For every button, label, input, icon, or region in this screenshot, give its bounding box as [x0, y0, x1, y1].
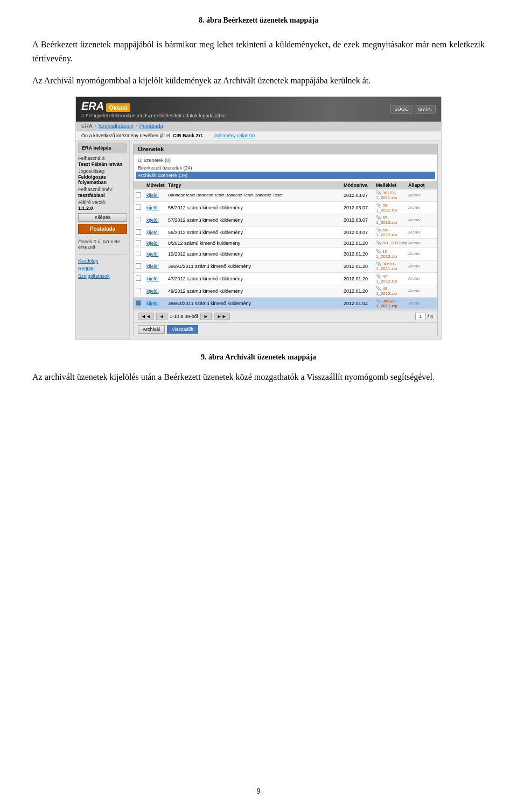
table-row: kijelöl 56/2012 számú kimenő küldemény 2… [134, 227, 437, 239]
restore-button[interactable]: Visszaállít [167, 325, 198, 334]
row5-file: 📎 8-1_2012.zip [376, 241, 408, 245]
era-subtitle: A Felügyelet elektronikus rendszere hite… [81, 113, 227, 118]
sidebar-link-regdb[interactable]: RegDB [78, 265, 127, 272]
sugo-button[interactable]: SÚGÓ [390, 105, 413, 114]
era-nav-bar: ERA › Szolgáltatások › Postalada [76, 122, 441, 131]
row7-checkbox[interactable] [136, 263, 141, 269]
col-subject: Tárgy [168, 182, 344, 188]
messages-table: Művelet Tárgy Módosítva Melléklet Állapo… [134, 181, 437, 310]
total-pages-text: / 4 [428, 314, 433, 319]
row4-file: 📎 56-1_2012.zip [376, 228, 408, 237]
paragraph-1: A Beérkezett üzenetek mappájából is bárm… [32, 38, 485, 65]
row1-subject: Bandesz teszt Bandesz Teszt Bandesz Tesz… [168, 193, 344, 197]
row8-action[interactable]: kijelöl [146, 276, 168, 281]
row10-action[interactable]: kijelöl [146, 301, 168, 306]
prev-page-button[interactable]: ◄ [156, 313, 167, 320]
info-text: Ön a következő intézmény nevében jár el:… [81, 133, 204, 138]
row7-file: 📎 38691-1_2011.zip [376, 262, 408, 271]
era-sidebar: ERA belépés Felhasználó: Teszt Fábián Is… [76, 140, 130, 340]
nav-szolgaltatasok[interactable]: Szolgáltatások [99, 123, 134, 129]
row4-checkbox[interactable] [136, 229, 141, 235]
folder-new[interactable]: Új üzenetek (0) [136, 157, 435, 164]
row6-action[interactable]: kijelöl [146, 251, 168, 257]
era-header-buttons: SÚGÓ GY.IK. [390, 105, 436, 114]
row2-action[interactable]: kijelöl [146, 205, 168, 210]
row10-date: 2012.01.04 [344, 301, 376, 306]
page-range-text: 1-10 a 39-ből [170, 314, 198, 319]
page-number-input[interactable] [415, 313, 426, 320]
sidebar-link-szolgaltatasok[interactable]: Szolgáltatások [78, 272, 127, 280]
row7-date: 2012.01.20 [344, 264, 376, 269]
row2-checkbox[interactable] [136, 204, 141, 210]
role-value: Feldolgozás folyamatban [78, 174, 127, 186]
col-status: Állapot [408, 182, 435, 188]
era-screenshot: ERA Oktató A Felügyelet elektronikus ren… [75, 96, 442, 340]
row1-checkbox[interactable] [136, 192, 141, 197]
row2-file: 📎 58-1_2012.zip [376, 203, 408, 213]
row8-status: Archív [408, 276, 435, 281]
table-row: kijelöl 57/2012 számú kimenő küldemény 2… [134, 214, 437, 227]
row3-action[interactable]: kijelöl [146, 217, 168, 223]
era-logo-badge: Oktató [106, 103, 130, 112]
intezmeny-valaszto-link[interactable]: intézmény választó [214, 133, 255, 138]
row8-subject: 47/2012 számú kimenő küldemény [168, 276, 344, 281]
row8-checkbox[interactable] [136, 276, 141, 281]
first-page-button[interactable]: ◄◄ [138, 313, 154, 320]
row9-checkbox[interactable] [136, 288, 141, 293]
row9-action[interactable]: kijelöl [146, 288, 168, 294]
era-main: ERA belépés Felhasználó: Teszt Fábián Is… [76, 140, 441, 340]
row3-date: 2012.03.07 [344, 217, 376, 223]
gyik-button[interactable]: GY.IK. [415, 105, 436, 114]
table-header: Művelet Tárgy Módosítva Melléklet Állapo… [134, 181, 437, 189]
row8-file: 📎 47-1_2012.zip [376, 274, 408, 284]
exit-button[interactable]: Kilépés [78, 213, 127, 222]
row7-action[interactable]: kijelöl [146, 264, 168, 269]
row2-status: Archív [408, 205, 435, 210]
row9-status: Archív [408, 288, 435, 293]
nav-postalada[interactable]: Postalada [139, 123, 163, 129]
row1-file: 📎 38727-1_2011.zip [376, 190, 408, 200]
role-label: Jogosultság: [78, 168, 127, 174]
postalada-button[interactable]: Postalada [78, 224, 127, 234]
folder-incoming[interactable]: Beérkezett üzenetek (24) [136, 164, 435, 172]
row1-action[interactable]: kijelöl [146, 193, 168, 198]
sidebar-link-kezdolap[interactable]: Kezdőlap [78, 257, 127, 265]
archival-button[interactable]: Archivál [138, 325, 165, 334]
row4-action[interactable]: kijelöl [146, 230, 168, 235]
row9-subject: 49/2012 számú kimenő küldemény [168, 288, 344, 294]
folder-archived[interactable]: Archivált üzenetek (39) [136, 172, 435, 179]
nav-era[interactable]: ERA [81, 123, 93, 129]
col-action: Művelet [146, 182, 168, 188]
table-row: kijelöl 38663/2011 számú kimenő küldemén… [134, 298, 437, 310]
last-page-button[interactable]: ►► [214, 313, 230, 320]
row10-subject: 38663/2011 számú kimenő küldemény [168, 301, 344, 306]
table-row: kijelöl 49/2012 számú kimenő küldemény 2… [134, 285, 437, 298]
page-input-container: / 4 [415, 313, 433, 320]
table-row: kijelöl 10/2012 számú kimenő küldemény 2… [134, 248, 437, 260]
row10-checkbox[interactable] [136, 300, 141, 306]
row5-action[interactable]: kijelöl [146, 241, 168, 246]
messages-panel-header: Üzenetek [134, 144, 437, 154]
messages-panel: Üzenetek Új üzenetek (0) Beérkezett üzen… [133, 144, 438, 336]
era-content: Üzenetek Új üzenetek (0) Beérkezett üzen… [130, 140, 441, 340]
next-page-button[interactable]: ► [200, 313, 212, 320]
col-checkbox [136, 182, 146, 188]
paragraph-2: Az Archivál nyomógombbal a kijelölt küld… [32, 74, 485, 88]
row6-checkbox[interactable] [136, 251, 141, 256]
page-number: 9 [257, 787, 261, 796]
row2-date: 2012.03.07 [344, 205, 376, 210]
col-attachment: Melléklet [376, 182, 408, 188]
row6-status: Archív [408, 251, 435, 256]
page-controls: ◄◄ ◄ 1-10 a 39-ből ► ►► [138, 313, 230, 320]
row4-status: Archív [408, 230, 435, 235]
row5-checkbox[interactable] [136, 240, 141, 245]
version-value: 1.1.2.0 [78, 206, 127, 212]
row3-checkbox[interactable] [136, 217, 141, 222]
table-row: kijelöl Bandesz teszt Bandesz Teszt Band… [134, 189, 437, 202]
row10-status: Archív [408, 301, 435, 306]
table-row: kijelöl 58/2012 számú kimenő küldemény 2… [134, 202, 437, 214]
table-row: kijelöl 8/2012 számú kimenő küldemény 20… [134, 239, 437, 248]
user-label: Felhasználó: [78, 155, 127, 161]
login-section: ERA belépés [78, 143, 127, 153]
row4-date: 2012.03.07 [344, 230, 376, 235]
